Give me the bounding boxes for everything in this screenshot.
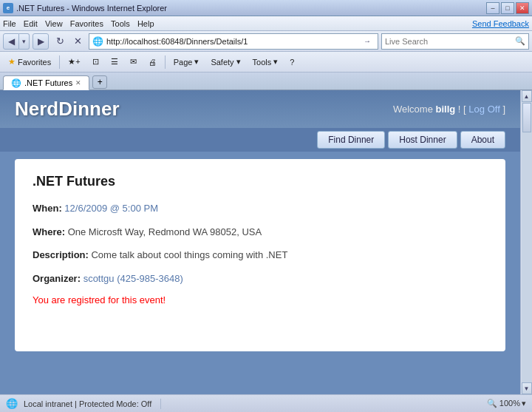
- dinner-title: .NET Futures: [33, 174, 488, 189]
- nd-card: .NET Futures When: 12/6/2009 @ 5:00 PM W…: [15, 159, 505, 351]
- back-button[interactable]: ◀: [3, 33, 19, 50]
- browser-content: NerdDinner Welcome billg ! [ Log Off ] F…: [0, 90, 532, 394]
- scroll-up-button[interactable]: ▲: [522, 90, 532, 102]
- browser-tab-0[interactable]: 🌐 .NET Futures ✕: [3, 75, 89, 90]
- scroll-down-button[interactable]: ▼: [522, 382, 532, 394]
- ie-icon: e: [3, 3, 13, 13]
- registered-message: You are registred for this event!: [33, 294, 488, 305]
- new-tab-button[interactable]: +: [92, 75, 107, 89]
- nav-buttons: ◀ ▾: [3, 33, 30, 50]
- menu-item-favorites[interactable]: Favorites: [70, 19, 103, 28]
- menu-bar: File Edit View Favorites Tools Help Send…: [0, 16, 532, 31]
- page-button[interactable]: Page ▾: [168, 54, 205, 70]
- where-value: One Microsft Way, Redmond WA 98052, USA: [68, 226, 262, 237]
- refresh-stop-group: ↻ ✕: [52, 33, 86, 50]
- nd-header: NerdDinner Welcome billg ! [ Log Off ]: [0, 90, 520, 128]
- page-icon: 🌐: [92, 36, 103, 47]
- menu-item-help[interactable]: Help: [137, 19, 154, 28]
- menu-item-tools[interactable]: Tools: [111, 19, 130, 28]
- zoom-text: 🔍 100%: [487, 399, 520, 408]
- organizer-value: scottgu (425-985-3648): [83, 273, 183, 284]
- username: billg: [436, 104, 456, 115]
- stop-button[interactable]: ✕: [69, 33, 86, 50]
- toolbar-separator-1: [59, 55, 60, 69]
- scrollbar-right: ▲ ▼: [520, 90, 532, 394]
- safety-button[interactable]: Safety ▾: [205, 54, 245, 70]
- title-bar-controls: – □ ✕: [486, 2, 529, 14]
- where-label: Where:: [33, 226, 65, 237]
- tab-close-button[interactable]: ✕: [75, 79, 81, 87]
- when-value: 12/6/2009 @ 5:00 PM: [64, 203, 158, 214]
- search-icon[interactable]: 🔍: [515, 36, 525, 46]
- forward-button[interactable]: ▶: [33, 33, 49, 50]
- help-button[interactable]: ?: [284, 54, 299, 70]
- nd-body: .NET Futures When: 12/6/2009 @ 5:00 PM W…: [0, 152, 520, 359]
- toolbar-separator-2: [165, 55, 166, 69]
- exclamation: !: [458, 104, 461, 115]
- favorites-center-button[interactable]: ⊡: [87, 54, 104, 70]
- send-feedback-link[interactable]: Send Feedback: [472, 19, 529, 28]
- welcome-text: Welcome: [393, 104, 433, 115]
- window-title: .NET Futures - Windows Internet Explorer: [16, 4, 167, 13]
- log-off-link[interactable]: Log Off: [468, 104, 499, 115]
- address-input[interactable]: [106, 37, 357, 46]
- mail-button[interactable]: ✉: [125, 54, 142, 70]
- dinner-description-field: Description: Come talk about cool things…: [33, 248, 488, 263]
- close-button[interactable]: ✕: [516, 2, 529, 14]
- zone-icon: 🌐: [6, 398, 18, 409]
- restore-button[interactable]: □: [501, 2, 514, 14]
- star-icon: ★: [8, 57, 16, 67]
- minimize-button[interactable]: –: [486, 2, 499, 14]
- title-bar-left: e .NET Futures - Windows Internet Explor…: [3, 3, 167, 13]
- go-button[interactable]: →: [360, 34, 375, 49]
- favorites-label: Favorites: [18, 58, 51, 67]
- zone-text: Local intranet | Protected Mode: Off: [24, 399, 151, 408]
- find-dinner-button[interactable]: Find Dinner: [317, 131, 385, 149]
- status-separator: [160, 399, 161, 409]
- menu-item-view[interactable]: View: [45, 19, 63, 28]
- about-button[interactable]: About: [460, 131, 505, 149]
- search-bar: 🔍: [381, 33, 529, 50]
- zoom-control[interactable]: 🔍 100% ▾: [487, 399, 526, 408]
- menu-item-edit[interactable]: Edit: [24, 19, 38, 28]
- add-favorites-button[interactable]: ★+: [63, 54, 85, 70]
- when-label: When:: [33, 203, 62, 214]
- menu-item-file[interactable]: File: [3, 19, 16, 28]
- safety-label: Safety: [211, 58, 233, 67]
- description-value: Come talk about cool things coming with …: [91, 249, 287, 260]
- history-button[interactable]: ☰: [106, 54, 123, 70]
- page-content: NerdDinner Welcome billg ! [ Log Off ] F…: [0, 90, 520, 394]
- refresh-button[interactable]: ↻: [52, 33, 68, 50]
- description-label: Description:: [33, 249, 89, 260]
- nd-logo: NerdDinner: [15, 98, 120, 121]
- scroll-thumb[interactable]: [522, 103, 531, 132]
- toolbar: ★ Favorites ★+ ⊡ ☰ ✉ 🖨 Page ▾ Safety ▾ T…: [0, 52, 532, 72]
- nd-nav: Find Dinner Host Dinner About: [0, 128, 520, 152]
- status-bar: 🌐 Local intranet | Protected Mode: Off 🔍…: [0, 394, 532, 412]
- back-dropdown[interactable]: ▾: [19, 33, 30, 50]
- search-input[interactable]: [385, 37, 515, 46]
- page-label: Page: [174, 58, 193, 67]
- dinner-when-field: When: 12/6/2009 @ 5:00 PM: [33, 201, 488, 216]
- dinner-organizer-field: Organizer: scottgu (425-985-3648): [33, 271, 488, 286]
- host-dinner-button[interactable]: Host Dinner: [388, 131, 457, 149]
- log-off-post: ]: [502, 104, 505, 115]
- address-bar: ◀ ▾ ▶ ↻ ✕ 🌐 → 🔍: [0, 31, 532, 52]
- dinner-where-field: Where: One Microsft Way, Redmond WA 9805…: [33, 225, 488, 240]
- scroll-track: [522, 102, 532, 382]
- tab-label: .NET Futures: [24, 78, 72, 87]
- address-input-wrap: 🌐 →: [89, 33, 378, 50]
- favorites-button[interactable]: ★ Favorites: [3, 54, 56, 70]
- organizer-label: Organizer:: [33, 273, 81, 284]
- print-button[interactable]: 🖨: [143, 54, 162, 70]
- nd-welcome: Welcome billg ! [ Log Off ]: [393, 104, 505, 115]
- tools-label: Tools: [253, 58, 272, 67]
- tab-icon: 🌐: [11, 78, 21, 88]
- title-bar: e .NET Futures - Windows Internet Explor…: [0, 0, 532, 16]
- tab-bar: 🌐 .NET Futures ✕ +: [0, 72, 532, 90]
- tools-button[interactable]: Tools ▾: [248, 54, 284, 70]
